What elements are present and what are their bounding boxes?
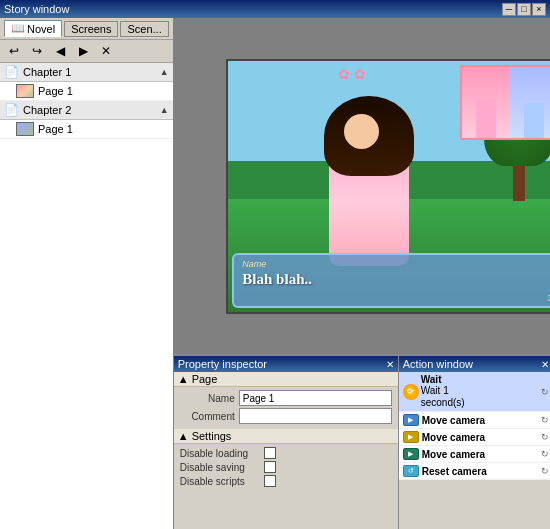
character-2-mini [510, 67, 550, 138]
character-1-figure [476, 98, 496, 138]
action-item-move-camera-3[interactable]: ▶ Move camera ↻ [399, 446, 550, 463]
chapter-2-label: Chapter 2 [23, 104, 71, 116]
page-section-collapse-icon: ▲ [178, 373, 189, 385]
character-panel [460, 65, 550, 140]
name-field-input[interactable] [239, 390, 392, 406]
settings-section-content: Disable loading Disable saving Disable s… [174, 444, 398, 492]
story-window-titlebar: Story window ─ □ × [0, 0, 550, 18]
chapter-2-header[interactable]: 📄 Chapter 2 ▲ [0, 101, 173, 120]
close-button[interactable]: × [532, 3, 546, 16]
move-camera-1-arrow: ↻ [541, 415, 549, 425]
comment-field-label: Comment [180, 411, 235, 422]
action-window-close[interactable]: ✕ [541, 359, 549, 370]
character-name: Name [242, 259, 550, 269]
disable-scripts-row: Disable scripts [180, 475, 392, 487]
prev-button[interactable]: ◀ [50, 42, 70, 60]
main-character-body [329, 106, 409, 266]
disable-scripts-checkbox[interactable] [264, 475, 276, 487]
chapter-2-icon: 📄 [4, 103, 19, 117]
decoration-stars: ✿ ✿ [338, 66, 366, 82]
property-inspector: Property inspector ✕ ▲ Page Name [174, 356, 399, 529]
reset-camera-label: Reset camera [422, 466, 487, 477]
disable-loading-label: Disable loading [180, 448, 260, 459]
name-field-row: Name [180, 390, 392, 406]
disable-saving-label: Disable saving [180, 462, 260, 473]
chapter-1-header[interactable]: 📄 Chapter 1 ▲ [0, 63, 173, 82]
wait-desc: Wait 1second(s) [421, 385, 465, 409]
wait-arrow: ↻ [541, 387, 549, 397]
delete-button[interactable]: ✕ [96, 42, 116, 60]
chapter-1-page-1-thumb [16, 84, 34, 98]
bottom-panels: Property inspector ✕ ▲ Page Name [174, 354, 550, 529]
novel-icon: 📖 [11, 22, 25, 35]
chapter-2-page-1[interactable]: Page 1 [0, 120, 173, 139]
reset-camera-icon: ↺ [403, 465, 419, 477]
tree-trunk [513, 166, 525, 201]
disable-saving-checkbox[interactable] [264, 461, 276, 473]
main-character [329, 106, 409, 266]
move-camera-3-label: Move camera [422, 449, 485, 460]
property-inspector-title: Property inspector [178, 358, 267, 370]
move-camera-3-icon: ▶ [403, 448, 419, 460]
wait-action-content: Wait Wait 1second(s) [421, 374, 465, 409]
action-item-move-camera-2[interactable]: ▶ Move camera ↻ [399, 429, 550, 446]
page-section-content: Name Comment [174, 387, 398, 429]
move-camera-2-label: Move camera [422, 432, 485, 443]
action-item-wait[interactable]: ⟳ Wait Wait 1second(s) ↻ [399, 372, 550, 412]
disable-loading-row: Disable loading [180, 447, 392, 459]
tab-scene[interactable]: Scen... [120, 21, 168, 37]
story-panel: 📖 Novel Screens Scen... ↩ ↪ ◀ ▶ ✕ 📄 [0, 18, 174, 529]
maximize-button[interactable]: □ [517, 3, 531, 16]
minimize-button[interactable]: ─ [502, 3, 516, 16]
dialogue-text: Blah blah.. [242, 271, 550, 288]
move-camera-2-arrow: ↻ [541, 432, 549, 442]
chapter-1-collapse-icon[interactable]: ▲ [160, 67, 169, 77]
chapter-2-page-1-label: Page 1 [38, 123, 73, 135]
disable-scripts-label: Disable scripts [180, 476, 260, 487]
page-section-label: Page [192, 373, 218, 385]
comment-field-input[interactable] [239, 408, 392, 424]
comment-field-row: Comment [180, 408, 392, 424]
property-inspector-close[interactable]: ✕ [386, 359, 394, 370]
disable-saving-row: Disable saving [180, 461, 392, 473]
move-camera-2-icon: ▶ [403, 431, 419, 443]
action-item-reset-camera[interactable]: ↺ Reset camera ↻ [399, 463, 550, 480]
story-tree: 📄 Chapter 1 ▲ Page 1 📄 Chapter 2 ▲ Page … [0, 63, 173, 529]
move-camera-1-icon: ▶ [403, 414, 419, 426]
right-area: ✿ ✿ Name Blah blah.. 3 [174, 18, 550, 529]
next-button[interactable]: ▶ [73, 42, 93, 60]
chapter-1-label: Chapter 1 [23, 66, 71, 78]
chapter-2-collapse-icon[interactable]: ▲ [160, 105, 169, 115]
tab-screens[interactable]: Screens [64, 21, 118, 37]
action-window-title: Action window [403, 358, 473, 370]
chapter-1-page-1-label: Page 1 [38, 85, 73, 97]
action-window: Action window ✕ ⟳ Wait Wait 1second(s) ↻ [399, 356, 550, 529]
redo-button[interactable]: ↪ [27, 42, 47, 60]
action-item-move-camera-1[interactable]: ▶ Move camera ↻ [399, 412, 550, 429]
story-window-title: Story window [4, 3, 69, 15]
reset-camera-arrow: ↻ [541, 466, 549, 476]
action-window-titlebar: Action window ✕ [399, 356, 550, 372]
tab-novel[interactable]: 📖 Novel [4, 20, 62, 37]
property-inspector-titlebar: Property inspector ✕ [174, 356, 398, 372]
preview-area: ✿ ✿ Name Blah blah.. 3 [174, 18, 550, 354]
page-section-header[interactable]: ▲ Page [174, 372, 398, 387]
character-2-figure [524, 103, 544, 138]
wait-label: Wait [421, 374, 465, 385]
settings-section-header[interactable]: ▲ Settings [174, 429, 398, 444]
name-field-label: Name [180, 393, 235, 404]
chapter-1-page-1[interactable]: Page 1 [0, 82, 173, 101]
chapter-1-icon: 📄 [4, 65, 19, 79]
settings-section-label: Settings [192, 430, 232, 442]
titlebar-controls: ─ □ × [502, 3, 546, 16]
icon-toolbar: ↩ ↪ ◀ ▶ ✕ [0, 40, 173, 63]
chapter-2-page-1-thumb [16, 122, 34, 136]
wait-icon: ⟳ [403, 384, 419, 400]
character-1-mini [462, 67, 510, 138]
move-camera-1-label: Move camera [422, 415, 485, 426]
move-camera-3-arrow: ↻ [541, 449, 549, 459]
disable-loading-checkbox[interactable] [264, 447, 276, 459]
dialogue-box: Name Blah blah.. 3 [232, 253, 550, 308]
undo-button[interactable]: ↩ [4, 42, 24, 60]
game-preview: ✿ ✿ Name Blah blah.. 3 [226, 59, 550, 314]
